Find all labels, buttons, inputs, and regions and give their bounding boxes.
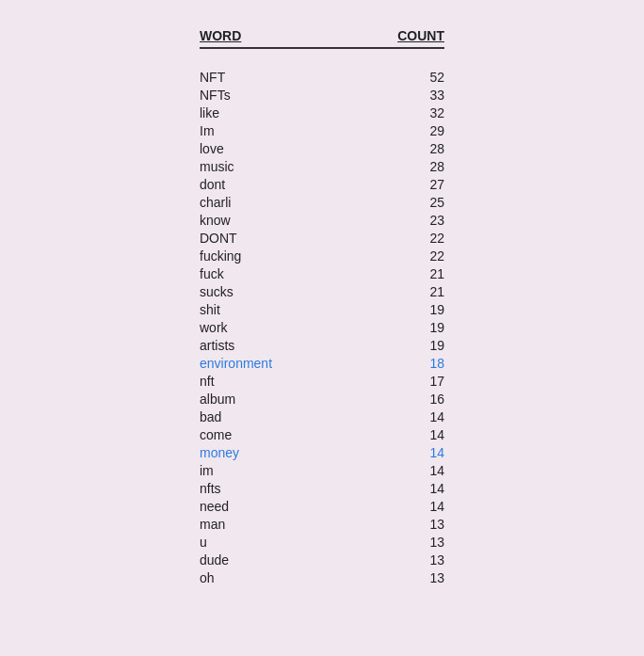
table-row: oh13 <box>200 568 444 586</box>
table-row: bad14 <box>200 408 444 425</box>
count-cell: 13 <box>397 570 444 585</box>
table-row: album16 <box>200 390 444 408</box>
table-row: DONT22 <box>200 229 444 247</box>
count-cell: 14 <box>397 445 444 460</box>
word-cell: u <box>200 535 313 550</box>
word-cell: sucks <box>200 284 313 299</box>
count-cell: 14 <box>397 499 444 514</box>
count-cell: 19 <box>397 338 444 353</box>
word-cell: nft <box>200 374 313 389</box>
word-cell: NFT <box>200 70 313 85</box>
table-row: money14 <box>200 443 444 461</box>
table-row: environment18 <box>200 354 444 372</box>
word-cell: oh <box>200 570 313 585</box>
count-cell: 14 <box>397 409 444 424</box>
word-cell: DONT <box>200 231 313 246</box>
table-row: like32 <box>200 104 444 121</box>
count-cell: 33 <box>397 88 444 103</box>
table-row: im14 <box>200 461 444 479</box>
count-cell: 52 <box>397 70 444 85</box>
table-row: dude13 <box>200 551 444 568</box>
table-row: nfts14 <box>200 479 444 497</box>
table-row: love28 <box>200 139 444 157</box>
table-row: artists19 <box>200 336 444 354</box>
word-cell: album <box>200 392 313 407</box>
count-cell: 17 <box>397 374 444 389</box>
table-row: fucking22 <box>200 247 444 264</box>
word-cell: nfts <box>200 481 313 496</box>
word-cell: come <box>200 427 313 442</box>
word-cell: man <box>200 517 313 532</box>
count-cell: 13 <box>397 552 444 568</box>
table-row: u13 <box>200 533 444 551</box>
count-cell: 23 <box>397 213 444 228</box>
word-cell: music <box>200 159 313 174</box>
word-cell: fucking <box>200 248 313 264</box>
table-body: NFT52NFTs33like32Im29love28music28dont27… <box>200 68 444 586</box>
word-cell: fuck <box>200 266 313 281</box>
table-row: charli25 <box>200 193 444 211</box>
count-cell: 13 <box>397 535 444 550</box>
word-cell: love <box>200 141 313 156</box>
table-row: Im29 <box>200 121 444 139</box>
table-row: NFT52 <box>200 68 444 86</box>
word-cell: know <box>200 213 313 228</box>
table-row: sucks21 <box>200 282 444 300</box>
table-header: WORD COUNT <box>200 28 444 49</box>
word-cell: NFTs <box>200 88 313 103</box>
table-row: know23 <box>200 211 444 229</box>
table-row: NFTs33 <box>200 86 444 104</box>
word-cell: like <box>200 105 313 120</box>
word-column-header: WORD <box>200 28 313 43</box>
table-row: fuck21 <box>200 264 444 282</box>
count-cell: 16 <box>397 392 444 407</box>
table-row: shit19 <box>200 300 444 318</box>
count-cell: 14 <box>397 463 444 478</box>
count-cell: 22 <box>397 231 444 246</box>
count-cell: 19 <box>397 302 444 317</box>
table-row: nft17 <box>200 372 444 390</box>
word-cell: bad <box>200 409 313 424</box>
count-cell: 25 <box>397 195 444 210</box>
count-cell: 28 <box>397 159 444 174</box>
count-cell: 14 <box>397 427 444 442</box>
word-count-table: WORD COUNT NFT52NFTs33like32Im29love28mu… <box>200 28 444 586</box>
table-row: work19 <box>200 318 444 336</box>
count-cell: 21 <box>397 266 444 281</box>
table-row: come14 <box>200 425 444 443</box>
count-cell: 13 <box>397 517 444 532</box>
word-cell: im <box>200 463 313 478</box>
word-cell: dont <box>200 177 313 192</box>
word-cell: artists <box>200 338 313 353</box>
count-cell: 28 <box>397 141 444 156</box>
word-cell: need <box>200 499 313 514</box>
table-row: music28 <box>200 157 444 175</box>
table-row: dont27 <box>200 175 444 193</box>
word-cell: Im <box>200 123 313 138</box>
count-cell: 32 <box>397 105 444 120</box>
word-cell: charli <box>200 195 313 210</box>
word-cell: work <box>200 320 313 335</box>
count-cell: 14 <box>397 481 444 496</box>
count-cell: 18 <box>397 356 444 371</box>
count-cell: 29 <box>397 123 444 138</box>
word-cell: money <box>200 445 313 460</box>
word-cell: dude <box>200 552 313 568</box>
count-cell: 27 <box>397 177 444 192</box>
count-cell: 21 <box>397 284 444 299</box>
count-cell: 22 <box>397 248 444 264</box>
table-row: need14 <box>200 497 444 515</box>
count-column-header: COUNT <box>397 28 444 43</box>
word-cell: environment <box>200 356 313 371</box>
table-row: man13 <box>200 515 444 533</box>
count-cell: 19 <box>397 320 444 335</box>
word-cell: shit <box>200 302 313 317</box>
